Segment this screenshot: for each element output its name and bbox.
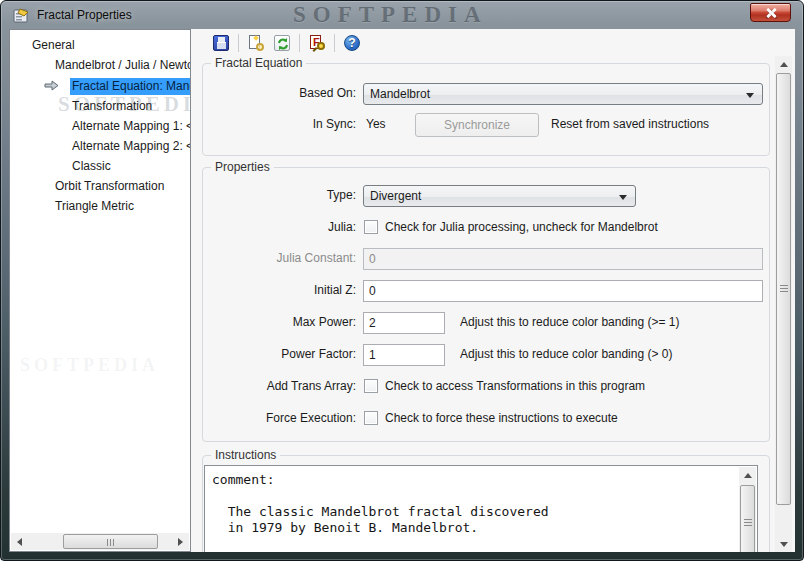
tree-item-transformation[interactable]: Transformation [72, 98, 152, 115]
watermark: SOFTPEDIA [293, 2, 488, 28]
up-arrow-icon [744, 473, 752, 478]
scrollbar-thumb[interactable] [776, 73, 791, 505]
type-select[interactable]: Divergent [363, 185, 636, 207]
scrollbar-grip [107, 539, 115, 546]
instructions-text: comment: The classic Mandelbrot fractal … [212, 472, 735, 552]
toolbar: F [194, 29, 795, 56]
tree-item-alternate-mapping-1[interactable]: Alternate Mapping 1: <N [72, 118, 191, 135]
scrollbar-grip [744, 519, 752, 527]
add-trans-array-note: Check to access Transformations in this … [385, 376, 645, 397]
julia-constant-input[interactable] [363, 248, 763, 270]
synchronize-button[interactable]: Synchronize [415, 113, 539, 137]
julia-checkbox[interactable] [364, 220, 378, 234]
toolbar-separator [299, 34, 300, 52]
based-on-select[interactable]: Mandelbrot [363, 83, 763, 105]
type-value: Divergent [370, 189, 421, 203]
type-label: Type: [202, 185, 356, 206]
scroll-left-button[interactable] [11, 533, 28, 550]
force-execution-label: Force Execution: [202, 408, 356, 429]
power-factor-note: Adjust this to reduce color banding (> 0… [460, 344, 672, 365]
refresh-button[interactable] [271, 32, 293, 54]
save-button[interactable] [210, 32, 232, 54]
group-legend: Properties [211, 160, 274, 174]
scroll-right-button[interactable] [172, 533, 189, 550]
synchronize-button-label: Synchronize [444, 118, 510, 132]
help-icon [344, 35, 360, 51]
chevron-down-icon [619, 195, 627, 200]
scroll-down-button[interactable] [775, 535, 792, 552]
initial-z-label: Initial Z: [202, 280, 356, 301]
group-legend: Fractal Equation [211, 56, 306, 70]
tree-item-general[interactable]: General [32, 37, 75, 54]
app-icon [13, 7, 30, 23]
down-arrow-icon [780, 542, 788, 547]
in-sync-label: In Sync: [202, 114, 356, 135]
max-power-label: Max Power: [202, 312, 356, 333]
watermark: SOFTPEDIA [20, 355, 159, 376]
reset-note: Reset from saved instructions [551, 114, 709, 135]
refresh-icon [274, 35, 290, 51]
fractal-equation-group: Fractal Equation [202, 63, 770, 156]
initial-z-input[interactable] [363, 280, 763, 302]
tree-item-mandelbrot-julia-newton[interactable]: Mandelbrot / Julia / Newton [55, 57, 191, 74]
export-preview-button[interactable] [245, 32, 267, 54]
main-vertical-scrollbar[interactable] [775, 56, 792, 552]
scroll-up-button[interactable] [739, 467, 756, 484]
tree-item-triangle-metric[interactable]: Triangle Metric [55, 198, 134, 215]
power-factor-label: Power Factor: [202, 344, 356, 365]
document-magnifier-icon [248, 35, 264, 51]
main-panel: F Fractal Equation Based On: Mandelbrot … [194, 29, 795, 552]
scrollbar-thumb[interactable] [740, 485, 755, 552]
add-trans-array-checkbox[interactable] [364, 379, 378, 393]
force-execution-note: Check to force these instructions to exe… [385, 408, 618, 429]
force-execution-checkbox[interactable] [364, 411, 378, 425]
max-power-input[interactable] [363, 312, 445, 334]
save-icon [213, 35, 229, 51]
based-on-value: Mandelbrot [370, 87, 430, 101]
group-legend: Instructions [211, 448, 280, 462]
window-body: SOFTPEDIA™ SOFTPEDIA General Mandelbrot … [9, 29, 795, 552]
properties-group: Properties [202, 167, 770, 442]
instructions-textarea[interactable]: comment: The classic Mandelbrot fractal … [204, 465, 758, 552]
close-icon [766, 8, 776, 18]
titlebar: Fractal Properties SOFTPEDIA [1, 1, 803, 29]
fractal-properties-window: Fractal Properties SOFTPEDIA SOFTPEDIA™ … [0, 0, 804, 561]
scroll-up-button[interactable] [775, 56, 792, 73]
chevron-down-icon [746, 93, 754, 98]
right-arrow-icon [178, 538, 183, 546]
close-button[interactable] [750, 3, 791, 22]
find-fractal-button[interactable]: F [306, 32, 328, 54]
tree-item-fractal-equation[interactable]: Fractal Equation: Mandel [70, 78, 190, 95]
julia-label: Julia: [202, 217, 356, 238]
based-on-label: Based On: [202, 83, 356, 104]
scrollbar-thumb[interactable] [63, 534, 158, 549]
tree-item-classic[interactable]: Classic [72, 158, 111, 175]
instructions-scrollbar[interactable] [739, 467, 756, 552]
up-arrow-icon [780, 62, 788, 67]
tree-item-alternate-mapping-2[interactable]: Alternate Mapping 2: <N [72, 138, 191, 155]
selected-item-arrow-icon [44, 79, 59, 92]
category-tree: SOFTPEDIA™ SOFTPEDIA General Mandelbrot … [9, 29, 191, 552]
left-arrow-icon [17, 538, 22, 546]
julia-constant-label: Julia Constant: [202, 248, 356, 269]
help-button[interactable] [341, 32, 363, 54]
tree-horizontal-scrollbar[interactable] [11, 533, 189, 550]
in-sync-value: Yes [366, 114, 386, 135]
julia-note: Check for Julia processing, uncheck for … [385, 217, 658, 238]
find-fractal-icon: F [309, 35, 325, 51]
tree-item-orbit-transformation[interactable]: Orbit Transformation [55, 178, 164, 195]
toolbar-separator [334, 34, 335, 52]
max-power-note: Adjust this to reduce color banding (>= … [460, 312, 679, 333]
scrollbar-grip [780, 285, 788, 293]
toolbar-separator [238, 34, 239, 52]
add-trans-array-label: Add Trans Array: [202, 376, 356, 397]
window-title: Fractal Properties [37, 8, 132, 22]
power-factor-input[interactable] [363, 344, 445, 366]
